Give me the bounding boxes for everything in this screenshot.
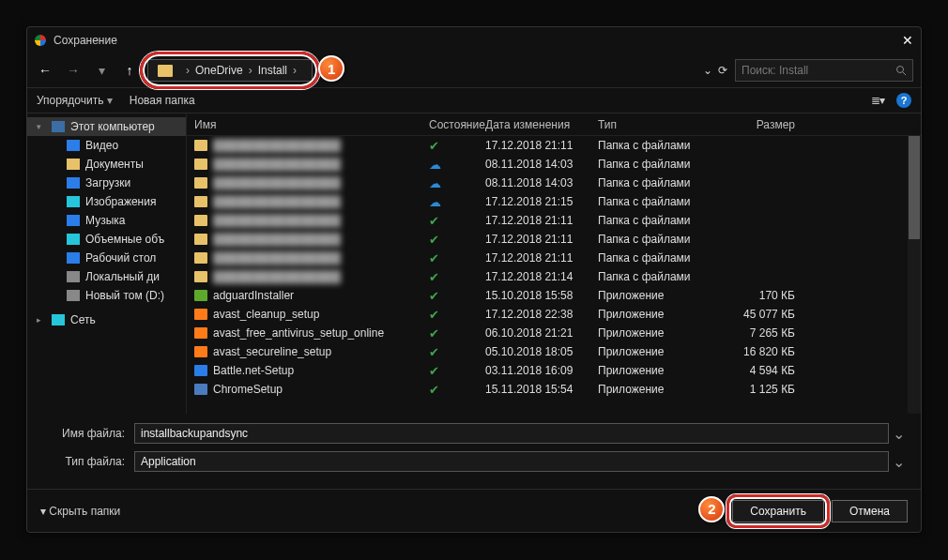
search-icon (895, 65, 907, 76)
save-button[interactable]: Сохранить (732, 500, 824, 522)
sync-state-icon: ✔ (429, 326, 485, 341)
filename-label: Имя файла: (40, 427, 134, 440)
titlebar: Сохранение ✕ (27, 27, 921, 53)
sync-state-icon: ✔ (429, 308, 485, 322)
new-folder-button[interactable]: Новая папка (130, 94, 195, 107)
tree-item[interactable]: Видео (27, 136, 186, 155)
sync-state-icon: ✔ (429, 345, 485, 359)
save-dialog: Сохранение ✕ ← → ▾ ↑ › OneDrive › Instal… (26, 26, 922, 533)
sync-state-icon: ✔ (429, 139, 485, 153)
hide-folders-toggle[interactable]: Скрыть папки (40, 505, 120, 518)
file-row[interactable]: ████████████████✔17.12.2018 21:11Папка с… (187, 230, 921, 249)
organize-menu[interactable]: Упорядочить (37, 94, 113, 107)
close-icon[interactable]: ✕ (902, 33, 913, 48)
tree-item[interactable]: Загрузки (27, 174, 186, 192)
sync-state-icon: ✔ (429, 214, 485, 228)
sync-state-icon: ✔ (429, 270, 485, 284)
nav-back-icon[interactable]: ← (35, 63, 55, 78)
tree-item[interactable]: Локальный ди (27, 267, 186, 286)
file-row[interactable]: ChromeSetup✔15.11.2018 15:54Приложение1 … (187, 380, 921, 399)
file-row[interactable]: avast_free_antivirus_setup_online✔06.10.… (187, 324, 921, 342)
filetype-select[interactable]: Application (134, 451, 889, 472)
file-row[interactable]: avast_secureline_setup✔05.10.2018 18:05П… (187, 342, 921, 361)
breadcrumb-root[interactable]: OneDrive (195, 64, 243, 77)
tree-item[interactable]: Рабочий стол (27, 249, 186, 267)
filename-history-icon[interactable]: ⌄ (889, 425, 908, 443)
app-icon (194, 365, 207, 376)
cancel-button[interactable]: Отмена (832, 500, 908, 522)
sync-state-icon: ☁ (429, 195, 485, 209)
nav-tree[interactable]: ▾Этот компьютер ВидеоДокументыЗагрузкиИз… (27, 114, 187, 414)
col-size[interactable]: Размер (720, 118, 795, 131)
filetype-dropdown-icon[interactable]: ⌄ (889, 453, 908, 471)
toolbar: Упорядочить Новая папка ≣ ▾ ? (27, 87, 921, 114)
tree-item[interactable]: Документы (27, 155, 186, 174)
app-icon (194, 384, 207, 395)
svg-line-1 (903, 72, 906, 75)
search-input[interactable]: Поиск: Install (735, 59, 913, 82)
folder-icon (158, 65, 173, 77)
annotation-badge-2: 2 (698, 496, 725, 522)
file-row[interactable]: ████████████████✔17.12.2018 21:11Папка с… (187, 249, 921, 267)
history-dropdown-icon[interactable]: ⌄ (703, 64, 712, 77)
sync-state-icon: ✔ (429, 233, 485, 247)
tree-this-pc[interactable]: ▾Этот компьютер (27, 117, 186, 136)
view-menu-icon[interactable]: ≣ ▾ (871, 94, 883, 107)
col-name[interactable]: Имя (194, 118, 429, 131)
breadcrumb[interactable]: › OneDrive › Install › 1 (147, 59, 313, 82)
sync-state-icon: ✔ (429, 364, 485, 378)
file-row[interactable]: ████████████████☁08.11.2018 14:03Папка с… (187, 174, 921, 192)
svg-point-0 (897, 67, 904, 73)
folder-icon (194, 196, 207, 207)
footer: Скрыть папки 2 Сохранить Отмена (27, 489, 921, 532)
sync-state-icon: ✔ (429, 289, 485, 303)
folder-icon (194, 271, 207, 282)
tree-network[interactable]: ▸Сеть (27, 310, 186, 329)
filename-input[interactable]: installbackupandsync (134, 423, 889, 444)
filetype-label: Тип файла: (40, 455, 134, 468)
refresh-icon[interactable]: ⟳ (718, 64, 727, 77)
scrollbar-thumb[interactable] (909, 136, 920, 239)
folder-icon (194, 234, 207, 245)
folder-icon (194, 140, 207, 151)
file-pane: Имя Состояние Дата изменения Тип Размер … (187, 114, 921, 414)
sync-state-icon: ✔ (429, 251, 485, 265)
column-headers[interactable]: Имя Состояние Дата изменения Тип Размер (187, 114, 921, 136)
col-state[interactable]: Состояние (429, 118, 485, 131)
chrome-icon (35, 35, 46, 46)
col-type[interactable]: Тип (598, 118, 720, 131)
app-icon (194, 309, 207, 320)
nav-up-icon[interactable]: ↑ (119, 63, 140, 78)
file-row[interactable]: Battle.net-Setup✔03.11.2018 16:09Приложе… (187, 361, 921, 380)
nav-recent-icon[interactable]: ▾ (91, 63, 112, 78)
tree-item[interactable]: Объемные объ (27, 230, 186, 249)
file-row[interactable]: ████████████████☁17.12.2018 21:15Папка с… (187, 192, 921, 211)
scrollbar[interactable] (908, 136, 921, 414)
file-row[interactable]: ████████████████✔17.12.2018 21:14Папка с… (187, 267, 921, 286)
navbar: ← → ▾ ↑ › OneDrive › Install › 1 ⌄ ⟳ Пои… (27, 53, 921, 87)
tree-item[interactable]: Музыка (27, 211, 186, 230)
app-icon (194, 327, 207, 339)
folder-icon (194, 252, 207, 264)
window-title: Сохранение (54, 34, 117, 47)
folder-icon (194, 159, 207, 170)
help-icon[interactable]: ? (896, 93, 911, 108)
tree-item[interactable]: Новый том (D:) (27, 286, 186, 305)
annotation-badge-1: 1 (318, 55, 344, 82)
breadcrumb-leaf[interactable]: Install (258, 64, 287, 77)
sync-state-icon: ✔ (429, 383, 485, 397)
search-placeholder: Поиск: Install (742, 64, 808, 77)
col-date[interactable]: Дата изменения (485, 118, 598, 131)
sync-state-icon: ☁ (429, 176, 485, 190)
tree-item[interactable]: Изображения (27, 192, 186, 211)
save-form: Имя файла: installbackupandsync ⌄ Тип фа… (27, 414, 921, 474)
file-row[interactable]: ████████████████✔17.12.2018 21:11Папка с… (187, 211, 921, 230)
file-row[interactable]: ████████████████☁08.11.2018 14:03Папка с… (187, 155, 921, 174)
folder-icon (194, 177, 207, 189)
file-row[interactable]: ████████████████✔17.12.2018 21:11Папка с… (187, 136, 921, 155)
file-row[interactable]: avast_cleanup_setup✔17.12.2018 22:38Прил… (187, 305, 921, 324)
nav-forward-icon: → (63, 63, 84, 78)
sync-state-icon: ☁ (429, 158, 485, 172)
app-icon (194, 346, 207, 357)
file-row[interactable]: adguardInstaller✔15.10.2018 15:58Приложе… (187, 286, 921, 305)
